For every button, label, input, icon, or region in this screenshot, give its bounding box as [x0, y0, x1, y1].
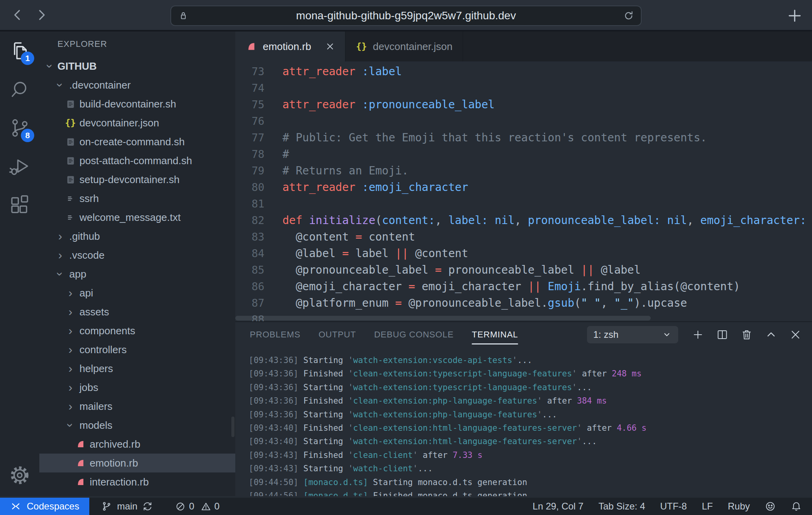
- code-line-79[interactable]: 79# Returns an Emoji.: [235, 162, 812, 179]
- tree-item-setup-devcontainer-sh[interactable]: setup-devcontainer.sh: [39, 170, 235, 189]
- tree-item-app[interactable]: ›app: [39, 265, 235, 283]
- tree-item--devcontainer[interactable]: ›.devcontainer: [39, 76, 235, 94]
- tab-label: emotion.rb: [263, 41, 311, 53]
- url-bar[interactable]: mona-github-github-g59jpq2w5w7.github.de…: [170, 6, 642, 26]
- activity-run-debug[interactable]: [0, 147, 39, 186]
- notifications-bell-icon[interactable]: [791, 501, 802, 512]
- code-line-80[interactable]: 80attr_reader :emoji_character: [235, 179, 812, 195]
- code-editor[interactable]: 73attr_reader :label7475attr_reader :pro…: [235, 61, 812, 321]
- panel-tab-output[interactable]: OUTPUT: [319, 322, 356, 347]
- browser-forward-button[interactable]: [32, 6, 50, 24]
- activity-search[interactable]: [0, 70, 39, 109]
- panel-tab-debug-console[interactable]: DEBUG CONSOLE: [374, 322, 454, 347]
- tree-item-api[interactable]: ›api: [39, 283, 235, 302]
- terminal-line-9: [09:43:43] Starting 'watch-client'...: [249, 462, 812, 475]
- shell-file-icon: [65, 98, 76, 110]
- chevron-right-icon: ›: [65, 344, 76, 356]
- chevron-down-icon: ›: [54, 79, 66, 91]
- status-bar: Codespaces main 0 0 Ln 29, Col 7 Tab Siz…: [0, 498, 812, 515]
- code-line-74[interactable]: 74: [235, 80, 812, 96]
- chevron-right-icon: [34, 7, 49, 22]
- activity-explorer[interactable]: 1: [0, 31, 39, 70]
- chevron-down-icon: ›: [54, 268, 66, 280]
- code-line-81[interactable]: 81: [235, 195, 812, 212]
- tree-item-mailers[interactable]: ›mailers: [39, 397, 235, 416]
- code-line-87[interactable]: 87 @platform_enum = @pronounceable_label…: [235, 295, 812, 311]
- terminal-line-2: [09:43:36] Finished 'clean-extension:typ…: [249, 367, 812, 380]
- tree-item-archived-rb[interactable]: archived.rb: [39, 435, 235, 454]
- tree-item-emotion-rb[interactable]: emotion.rb: [39, 454, 235, 472]
- tree-item-ssrh[interactable]: ssrh: [39, 189, 235, 208]
- close-icon[interactable]: [325, 42, 335, 51]
- tree-item-controllers[interactable]: ›controllers: [39, 340, 235, 359]
- tree-item-github[interactable]: ›GITHUB: [39, 57, 235, 76]
- chevron-right-icon: ›: [54, 230, 66, 242]
- code-line-86[interactable]: 86 @emoji_character = emoji_character ||…: [235, 278, 812, 295]
- activity-extensions[interactable]: [0, 186, 39, 224]
- split-terminal-icon[interactable]: [716, 328, 729, 341]
- panel-tab-problems[interactable]: PROBLEMS: [250, 322, 301, 347]
- tree-item-post-attach-command-sh[interactable]: post-attach-command.sh: [39, 151, 235, 170]
- activity-settings[interactable]: [0, 456, 39, 495]
- tree-item-components[interactable]: ›components: [39, 321, 235, 340]
- text-file-icon: [65, 211, 76, 223]
- new-terminal-icon[interactable]: [692, 328, 704, 341]
- code-line-73[interactable]: 73attr_reader :label: [235, 63, 812, 80]
- tree-item-on-create-command-sh[interactable]: on-create-command.sh: [39, 132, 235, 151]
- editor-area: emotion.rb {} devcontainer.json 73attr_r…: [235, 31, 812, 496]
- tree-item--vscode[interactable]: ›.vscode: [39, 246, 235, 265]
- tree-item-build-devcontainer-sh[interactable]: build-devcontainer.sh: [39, 94, 235, 113]
- new-tab-button[interactable]: [786, 7, 803, 24]
- tree-item--github[interactable]: ›.github: [39, 227, 235, 246]
- chevron-left-icon: [10, 7, 25, 22]
- panel-tab-terminal[interactable]: TERMINAL: [472, 322, 518, 347]
- code-line-83[interactable]: 83 @content = content: [235, 228, 812, 245]
- codespaces-remote-button[interactable]: Codespaces: [0, 498, 89, 515]
- code-line-82[interactable]: 82def initialize(content:, label: nil, p…: [235, 212, 812, 228]
- code-line-76[interactable]: 76: [235, 113, 812, 129]
- tab-devcontainer-json[interactable]: {} devcontainer.json: [345, 31, 463, 61]
- code-line-77[interactable]: 77# Public: Get the Emoji that this reac…: [235, 129, 812, 146]
- activity-source-control[interactable]: 8: [0, 109, 39, 147]
- tree-item-welcome-message-txt[interactable]: welcome_message.txt: [39, 208, 235, 227]
- terminal-output[interactable]: [09:43:36] Starting 'watch-extension:vsc…: [235, 347, 812, 496]
- line-number: 84: [235, 247, 264, 259]
- code-line-78[interactable]: 78#: [235, 146, 812, 162]
- tab-emotion-rb[interactable]: emotion.rb: [235, 31, 345, 61]
- gear-icon: [9, 464, 31, 486]
- cursor-position[interactable]: Ln 29, Col 7: [533, 501, 583, 512]
- tree-item-interaction-rb[interactable]: interaction.rb: [39, 472, 235, 491]
- chevron-right-icon: ›: [65, 363, 76, 374]
- problems-indicator[interactable]: 0 0: [169, 498, 226, 515]
- code-line-84[interactable]: 84 @label = label || @content: [235, 245, 812, 261]
- sync-icon: [142, 501, 153, 512]
- code-line-75[interactable]: 75attr_reader :pronounceable_label: [235, 96, 812, 113]
- language-mode[interactable]: Ruby: [728, 501, 750, 512]
- encoding[interactable]: UTF-8: [660, 501, 687, 512]
- line-number: 77: [235, 132, 264, 144]
- tab-size[interactable]: Tab Size: 4: [598, 501, 645, 512]
- kill-terminal-icon[interactable]: [740, 328, 753, 341]
- terminal-shell-select[interactable]: 1: zsh: [587, 326, 678, 343]
- line-number: 83: [235, 231, 264, 243]
- editor-horizontal-scrollbar[interactable]: [235, 315, 812, 321]
- browser-back-button[interactable]: [9, 6, 27, 24]
- sidebar-scrollbar[interactable]: [231, 417, 234, 437]
- feedback-smiley-icon[interactable]: [765, 501, 776, 512]
- reload-icon[interactable]: [623, 10, 635, 22]
- file-tree: ›GITHUB›.devcontainerbuild-devcontainer.…: [39, 57, 235, 491]
- maximize-panel-icon[interactable]: [765, 328, 777, 341]
- ruby-file-icon: [75, 457, 87, 469]
- tree-item-assets[interactable]: ›assets: [39, 302, 235, 321]
- tree-item-devcontainer-json[interactable]: {}devcontainer.json: [39, 113, 235, 132]
- tree-item-jobs[interactable]: ›jobs: [39, 378, 235, 397]
- eol[interactable]: LF: [702, 501, 713, 512]
- tree-item-helpers[interactable]: ›helpers: [39, 359, 235, 378]
- tree-item-label: interaction.rb: [90, 476, 149, 488]
- shell-file-icon: [65, 174, 76, 185]
- code-line-85[interactable]: 85 @pronounceable_label = pronounceable_…: [235, 261, 812, 278]
- close-panel-icon[interactable]: [789, 328, 802, 341]
- tree-item-models[interactable]: ›models: [39, 416, 235, 435]
- branch-indicator[interactable]: main: [95, 498, 159, 515]
- line-number: 85: [235, 264, 264, 276]
